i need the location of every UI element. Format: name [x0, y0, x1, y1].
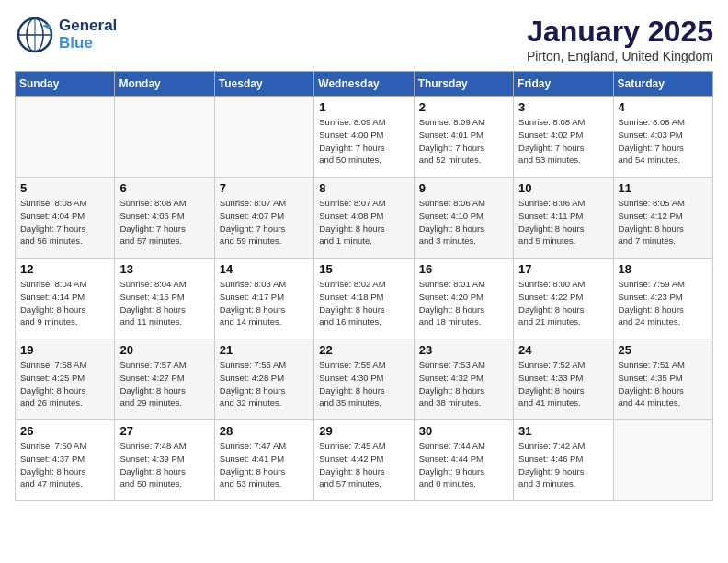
logo: General Blue: [15, 15, 117, 55]
calendar-cell: 26Sunrise: 7:50 AM Sunset: 4:37 PM Dayli…: [16, 420, 115, 501]
day-number: 23: [419, 343, 508, 357]
day-number: 17: [518, 262, 608, 276]
calendar-cell: 5Sunrise: 8:08 AM Sunset: 4:04 PM Daylig…: [16, 178, 115, 259]
day-number: 6: [119, 181, 209, 195]
calendar-week-row: 12Sunrise: 8:04 AM Sunset: 4:14 PM Dayli…: [16, 259, 713, 339]
calendar-cell: 11Sunrise: 8:05 AM Sunset: 4:12 PM Dayli…: [613, 178, 712, 259]
day-detail: Sunrise: 8:07 AM Sunset: 4:07 PM Dayligh…: [220, 197, 309, 247]
month-title: January 2025: [527, 15, 713, 49]
page-header: General Blue January 2025 Pirton, Englan…: [15, 15, 713, 63]
day-detail: Sunrise: 7:45 AM Sunset: 4:42 PM Dayligh…: [319, 440, 408, 490]
calendar-week-row: 26Sunrise: 7:50 AM Sunset: 4:37 PM Dayli…: [16, 420, 713, 501]
calendar-cell: 23Sunrise: 7:53 AM Sunset: 4:32 PM Dayli…: [414, 339, 513, 420]
day-number: 11: [619, 181, 708, 195]
day-detail: Sunrise: 8:05 AM Sunset: 4:12 PM Dayligh…: [619, 197, 708, 247]
day-detail: Sunrise: 8:04 AM Sunset: 4:14 PM Dayligh…: [20, 278, 109, 328]
day-number: 22: [319, 343, 408, 357]
calendar-cell: 28Sunrise: 7:47 AM Sunset: 4:41 PM Dayli…: [214, 420, 313, 501]
calendar-cell: 22Sunrise: 7:55 AM Sunset: 4:30 PM Dayli…: [314, 339, 414, 420]
calendar-cell: 4Sunrise: 8:08 AM Sunset: 4:03 PM Daylig…: [613, 97, 712, 178]
calendar-week-row: 19Sunrise: 7:58 AM Sunset: 4:25 PM Dayli…: [16, 339, 713, 420]
day-number: 30: [419, 424, 508, 438]
day-detail: Sunrise: 7:58 AM Sunset: 4:25 PM Dayligh…: [20, 359, 109, 409]
day-detail: Sunrise: 7:47 AM Sunset: 4:41 PM Dayligh…: [220, 440, 309, 490]
day-number: 24: [518, 343, 608, 357]
calendar-cell: [613, 420, 712, 501]
calendar-cell: 12Sunrise: 8:04 AM Sunset: 4:14 PM Dayli…: [16, 259, 115, 339]
day-detail: Sunrise: 8:08 AM Sunset: 4:04 PM Dayligh…: [20, 197, 109, 247]
calendar-cell: 13Sunrise: 8:04 AM Sunset: 4:15 PM Dayli…: [115, 259, 214, 339]
location-text: Pirton, England, United Kingdom: [527, 49, 713, 63]
day-number: 15: [319, 262, 408, 276]
day-detail: Sunrise: 7:56 AM Sunset: 4:28 PM Dayligh…: [220, 359, 309, 409]
day-number: 2: [419, 100, 508, 114]
day-detail: Sunrise: 7:57 AM Sunset: 4:27 PM Dayligh…: [119, 359, 209, 409]
calendar-cell: 17Sunrise: 8:00 AM Sunset: 4:22 PM Dayli…: [514, 259, 613, 339]
calendar-cell: [214, 97, 313, 178]
day-detail: Sunrise: 7:53 AM Sunset: 4:32 PM Dayligh…: [419, 359, 508, 409]
calendar-cell: 2Sunrise: 8:09 AM Sunset: 4:01 PM Daylig…: [414, 97, 513, 178]
col-header-sunday: Sunday: [16, 72, 115, 97]
day-number: 16: [419, 262, 508, 276]
day-number: 3: [518, 100, 608, 114]
col-header-monday: Monday: [115, 72, 214, 97]
day-detail: Sunrise: 8:04 AM Sunset: 4:15 PM Dayligh…: [119, 278, 209, 328]
day-number: 8: [319, 181, 408, 195]
calendar-cell: 10Sunrise: 8:06 AM Sunset: 4:11 PM Dayli…: [514, 178, 613, 259]
col-header-tuesday: Tuesday: [214, 72, 313, 97]
day-number: 28: [220, 424, 309, 438]
day-number: 14: [220, 262, 309, 276]
day-number: 13: [119, 262, 209, 276]
logo-general: General: [59, 17, 117, 35]
day-detail: Sunrise: 8:09 AM Sunset: 4:01 PM Dayligh…: [419, 116, 508, 167]
day-number: 25: [619, 343, 708, 357]
day-detail: Sunrise: 7:51 AM Sunset: 4:35 PM Dayligh…: [619, 359, 708, 409]
day-number: 29: [319, 424, 408, 438]
calendar-cell: 7Sunrise: 8:07 AM Sunset: 4:07 PM Daylig…: [214, 178, 313, 259]
day-number: 19: [20, 343, 109, 357]
calendar-cell: 9Sunrise: 8:06 AM Sunset: 4:10 PM Daylig…: [414, 178, 513, 259]
day-detail: Sunrise: 7:55 AM Sunset: 4:30 PM Dayligh…: [319, 359, 408, 409]
calendar-week-row: 1Sunrise: 8:09 AM Sunset: 4:00 PM Daylig…: [16, 97, 713, 178]
calendar-cell: 1Sunrise: 8:09 AM Sunset: 4:00 PM Daylig…: [314, 97, 414, 178]
day-number: 31: [518, 424, 608, 438]
day-detail: Sunrise: 7:44 AM Sunset: 4:44 PM Dayligh…: [419, 440, 508, 490]
calendar-cell: 19Sunrise: 7:58 AM Sunset: 4:25 PM Dayli…: [16, 339, 115, 420]
col-header-friday: Friday: [514, 72, 613, 97]
logo-blue: Blue: [59, 35, 117, 52]
day-detail: Sunrise: 8:02 AM Sunset: 4:18 PM Dayligh…: [319, 278, 408, 328]
calendar-header-row: SundayMondayTuesdayWednesdayThursdayFrid…: [16, 72, 713, 97]
calendar-cell: [115, 97, 214, 178]
day-number: 20: [119, 343, 209, 357]
calendar-cell: 18Sunrise: 7:59 AM Sunset: 4:23 PM Dayli…: [613, 259, 712, 339]
day-detail: Sunrise: 8:08 AM Sunset: 4:06 PM Dayligh…: [119, 197, 209, 247]
day-detail: Sunrise: 8:07 AM Sunset: 4:08 PM Dayligh…: [319, 197, 408, 247]
calendar-cell: 3Sunrise: 8:08 AM Sunset: 4:02 PM Daylig…: [514, 97, 613, 178]
col-header-wednesday: Wednesday: [314, 72, 414, 97]
title-block: January 2025 Pirton, England, United Kin…: [527, 15, 713, 63]
calendar-cell: 27Sunrise: 7:48 AM Sunset: 4:39 PM Dayli…: [115, 420, 214, 501]
calendar-cell: 8Sunrise: 8:07 AM Sunset: 4:08 PM Daylig…: [314, 178, 414, 259]
svg-marker-4: [42, 24, 53, 31]
day-detail: Sunrise: 8:03 AM Sunset: 4:17 PM Dayligh…: [220, 278, 309, 328]
globe-icon: [15, 15, 55, 55]
calendar-table: SundayMondayTuesdayWednesdayThursdayFrid…: [15, 71, 713, 501]
day-detail: Sunrise: 8:06 AM Sunset: 4:11 PM Dayligh…: [518, 197, 608, 247]
day-number: 12: [20, 262, 109, 276]
calendar-cell: 25Sunrise: 7:51 AM Sunset: 4:35 PM Dayli…: [613, 339, 712, 420]
day-detail: Sunrise: 7:50 AM Sunset: 4:37 PM Dayligh…: [20, 440, 109, 490]
day-detail: Sunrise: 8:08 AM Sunset: 4:02 PM Dayligh…: [518, 116, 608, 167]
day-detail: Sunrise: 8:06 AM Sunset: 4:10 PM Dayligh…: [419, 197, 508, 247]
day-number: 27: [119, 424, 209, 438]
calendar-cell: [16, 97, 115, 178]
day-detail: Sunrise: 8:09 AM Sunset: 4:00 PM Dayligh…: [319, 116, 408, 167]
day-number: 4: [619, 100, 708, 114]
calendar-cell: 29Sunrise: 7:45 AM Sunset: 4:42 PM Dayli…: [314, 420, 414, 501]
day-detail: Sunrise: 7:59 AM Sunset: 4:23 PM Dayligh…: [619, 278, 708, 328]
calendar-cell: 16Sunrise: 8:01 AM Sunset: 4:20 PM Dayli…: [414, 259, 513, 339]
calendar-cell: 31Sunrise: 7:42 AM Sunset: 4:46 PM Dayli…: [514, 420, 613, 501]
day-number: 9: [419, 181, 508, 195]
day-detail: Sunrise: 8:01 AM Sunset: 4:20 PM Dayligh…: [419, 278, 508, 328]
day-number: 1: [319, 100, 408, 114]
day-detail: Sunrise: 8:08 AM Sunset: 4:03 PM Dayligh…: [619, 116, 708, 167]
